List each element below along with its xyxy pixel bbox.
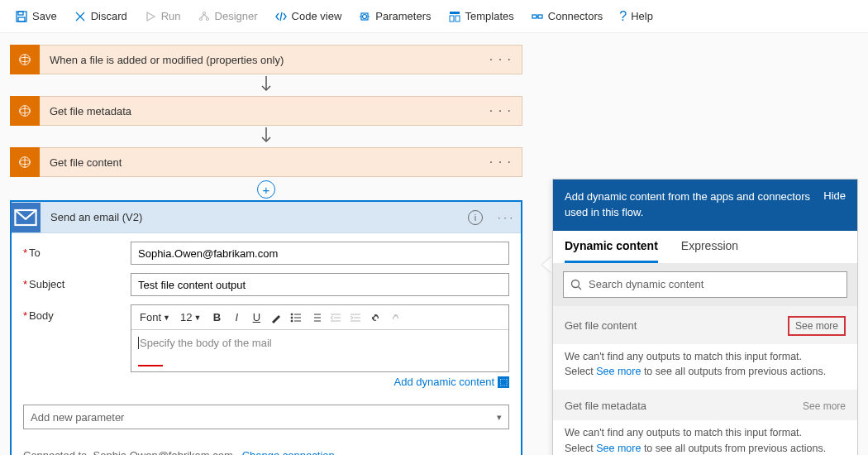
- subject-field[interactable]: [131, 273, 509, 296]
- indent-icon[interactable]: [346, 309, 365, 327]
- change-connection-link[interactable]: Change connection.: [242, 449, 338, 455]
- svg-line-10: [204, 14, 207, 17]
- templates-icon: [448, 10, 461, 23]
- unlink-icon[interactable]: [386, 309, 404, 327]
- spellcheck-underline: [138, 365, 163, 366]
- sharepoint-icon: [10, 96, 40, 126]
- send-email-title: Send an email (V2): [41, 211, 468, 223]
- number-list-icon[interactable]: [307, 309, 325, 327]
- font-select[interactable]: Font▼: [136, 311, 174, 323]
- link-icon[interactable]: [366, 309, 384, 327]
- see-more-inline-link[interactable]: See more: [596, 443, 641, 454]
- content-title: Get file content: [40, 156, 479, 169]
- svg-line-9: [201, 14, 204, 17]
- flow-arrow: [10, 126, 522, 147]
- body-textarea[interactable]: Specify the body of the mail: [131, 330, 508, 371]
- content-menu[interactable]: · · ·: [479, 155, 522, 170]
- templates-button[interactable]: Templates: [441, 7, 521, 26]
- trigger-title: When a file is added or modified (proper…: [40, 54, 479, 66]
- metadata-title: Get file metadata: [40, 105, 479, 117]
- save-icon: [15, 10, 28, 23]
- metadata-menu[interactable]: · · ·: [479, 103, 522, 118]
- connectors-button[interactable]: Connectors: [524, 7, 609, 26]
- connectors-icon: [531, 10, 544, 23]
- subject-label: *Subject: [23, 273, 131, 290]
- metadata-step[interactable]: Get file metadata · · ·: [10, 96, 522, 126]
- svg-line-50: [579, 286, 582, 290]
- panel-tabs: Dynamic content Expression: [553, 231, 857, 263]
- bullet-list-icon[interactable]: [287, 309, 305, 327]
- search-input[interactable]: Search dynamic content: [563, 271, 847, 298]
- text-color-icon[interactable]: [267, 309, 285, 327]
- add-dynamic-icon: ⬚: [498, 376, 509, 388]
- chevron-down-icon: ▾: [497, 412, 502, 423]
- section-get-file-content: Get file content See more: [553, 306, 857, 344]
- designer-icon: [198, 10, 211, 23]
- svg-point-13: [363, 14, 367, 18]
- dynamic-content-panel: Add dynamic content from the apps and co…: [552, 179, 858, 455]
- svg-rect-2: [18, 17, 25, 22]
- send-email-header[interactable]: Send an email (V2) i · · ·: [12, 202, 521, 233]
- hide-panel-button[interactable]: Hide: [823, 189, 846, 202]
- svg-rect-20: [538, 15, 542, 18]
- svg-rect-17: [450, 16, 454, 22]
- to-label: *To: [23, 242, 131, 259]
- search-icon: [570, 279, 582, 290]
- font-size-select[interactable]: 12▼: [177, 311, 204, 323]
- sharepoint-icon: [10, 45, 40, 74]
- see-more-metadata-button[interactable]: See more: [803, 400, 846, 412]
- parameters-button[interactable]: Parameters: [351, 7, 437, 26]
- text-cursor: [138, 337, 139, 349]
- flow-arrow: [10, 74, 522, 96]
- help-icon: ?: [619, 9, 627, 24]
- svg-point-34: [291, 314, 293, 315]
- save-button[interactable]: Save: [8, 7, 64, 26]
- content-step[interactable]: Get file content · · ·: [10, 147, 522, 177]
- tab-dynamic-content[interactable]: Dynamic content: [565, 239, 658, 263]
- code-view-icon: [274, 10, 288, 23]
- add-parameter-dropdown[interactable]: Add new parameter ▾: [23, 405, 509, 429]
- svg-line-11: [280, 12, 282, 21]
- parameters-icon: [358, 10, 371, 23]
- italic-icon[interactable]: I: [227, 309, 246, 327]
- svg-point-36: [291, 317, 293, 318]
- section-metadata-body: We can't find any outputs to match this …: [553, 420, 857, 455]
- trigger-step[interactable]: When a file is added or modified (proper…: [10, 45, 522, 74]
- designer-button[interactable]: Designer: [191, 7, 265, 26]
- body-editor: Font▼ 12▼ B I U: [131, 304, 509, 372]
- run-icon: [144, 10, 157, 23]
- code-view-button[interactable]: Code view: [268, 7, 349, 26]
- info-icon[interactable]: i: [468, 210, 483, 225]
- svg-rect-18: [455, 16, 460, 22]
- svg-rect-1: [18, 12, 23, 15]
- outdent-icon[interactable]: [327, 309, 345, 327]
- trigger-menu[interactable]: · · ·: [479, 52, 522, 67]
- body-label: *Body: [23, 304, 131, 322]
- bold-icon[interactable]: B: [207, 309, 226, 327]
- svg-point-7: [199, 17, 202, 20]
- svg-rect-19: [532, 15, 537, 18]
- sharepoint-icon: [10, 147, 40, 177]
- tab-expression[interactable]: Expression: [681, 239, 738, 263]
- section-content-body: We can't find any outputs to match this …: [553, 344, 857, 390]
- see-more-content-button[interactable]: See more: [788, 316, 846, 336]
- send-email-menu[interactable]: · · ·: [489, 211, 521, 223]
- discard-button[interactable]: Discard: [67, 7, 134, 26]
- to-field[interactable]: [131, 242, 509, 265]
- panel-header-text: Add dynamic content from the apps and co…: [565, 189, 815, 221]
- see-more-inline-link[interactable]: See more: [596, 366, 641, 377]
- add-step-button[interactable]: +: [257, 180, 275, 199]
- add-dynamic-content-link[interactable]: Add dynamic content ⬚: [131, 372, 509, 396]
- svg-point-6: [203, 12, 205, 14]
- send-email-card: Send an email (V2) i · · · *To *Subject …: [10, 200, 522, 455]
- underline-icon[interactable]: U: [247, 309, 265, 327]
- run-button[interactable]: Run: [137, 7, 188, 26]
- callout-pointer: [542, 256, 552, 273]
- rich-text-toolbar: Font▼ 12▼ B I U: [131, 305, 508, 330]
- svg-point-8: [206, 17, 208, 20]
- top-toolbar: Save Discard Run Designer Code view Para…: [0, 0, 868, 33]
- help-button[interactable]: ? Help: [613, 6, 660, 27]
- discard-icon: [74, 10, 87, 23]
- svg-marker-5: [147, 12, 155, 21]
- svg-point-38: [291, 320, 293, 322]
